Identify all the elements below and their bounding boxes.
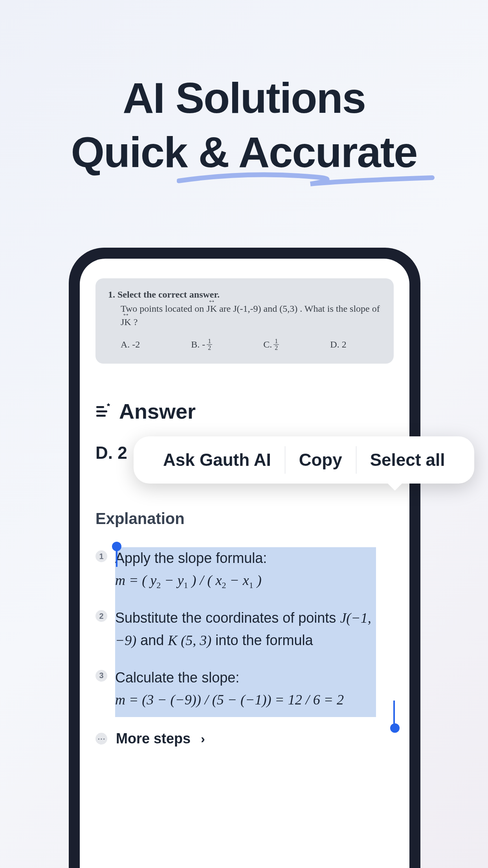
step-number-badge: 2 (95, 610, 107, 622)
svg-rect-1 (96, 410, 107, 412)
selection-caret-start (116, 547, 117, 567)
underline-swoosh (177, 169, 436, 193)
ask-gauth-ai-button[interactable]: Ask Gauth AI (149, 450, 285, 470)
selection-handle-end[interactable] (390, 723, 400, 733)
answer-title: Answer (119, 399, 196, 423)
select-all-button[interactable]: Select all (356, 450, 459, 470)
phone-frame: 1. Select the correct answer. Two points… (69, 248, 420, 868)
step2-and: and (136, 632, 168, 648)
phone-screen: 1. Select the correct answer. Two points… (80, 259, 409, 868)
choice-d: D. 2 (330, 338, 346, 351)
question-prompt: 1. Select the correct answer. (108, 289, 381, 300)
headline-line1: AI Solutions (123, 74, 365, 122)
explanation-label: Explanation (95, 510, 394, 528)
explanation-step-1: 1 Apply the slope formula: m = ( y2 − y1… (95, 547, 394, 592)
step2-prefix: Substitute the coordinates of points (115, 610, 340, 626)
step1-text: Apply the slope formula: (115, 550, 267, 566)
more-steps-label: More steps (116, 730, 191, 747)
svg-rect-2 (96, 415, 106, 417)
text-selection-context-menu: Ask Gauth AI Copy Select all (134, 436, 474, 484)
menu-tail-icon (386, 482, 404, 491)
answer-choices: A. -2 B. -12 C. 12 D. 2 (121, 338, 381, 351)
selected-text-block[interactable]: 1 Apply the slope formula: m = ( y2 − y1… (95, 547, 394, 711)
answer-icon (95, 403, 112, 419)
answer-header: Answer (95, 399, 394, 423)
svg-rect-0 (96, 406, 104, 408)
question-body: Two points located on JK are J(-1,-9) an… (121, 302, 381, 329)
more-steps-button[interactable]: ⋯ More steps › (95, 730, 394, 747)
step-number-badge: 3 (95, 670, 107, 682)
explanation-step-2: 2 Substitute the coordinates of points J… (95, 607, 394, 652)
choice-c: C. 12 (263, 338, 279, 351)
explanation-step-3: 3 Calculate the slope: m = (3 − (−9)) / … (95, 667, 394, 711)
step3-text: Calculate the slope: (115, 669, 239, 686)
choice-b: B. -12 (191, 338, 212, 351)
chevron-right-icon: › (201, 732, 205, 746)
selection-caret-end (393, 701, 395, 724)
step2-pointK: K (5, 3) (168, 633, 211, 648)
choice-a: A. -2 (121, 338, 140, 351)
step1-formula: m = ( y2 − y1 ) / ( x2 − x1 ) (115, 572, 262, 588)
answer-value: D. 2 (95, 443, 127, 463)
question-card: 1. Select the correct answer. Two points… (95, 278, 394, 364)
step-number-badge: 1 (95, 550, 107, 562)
marketing-headline: AI Solutions Quick & Accurate (0, 0, 488, 179)
step3-formula: m = (3 − (−9)) / (5 − (−1)) = 12 / 6 = 2 (115, 692, 344, 708)
step2-suffix: into the formula (211, 632, 313, 648)
segment-jk-2: JK (121, 316, 131, 329)
more-icon: ⋯ (95, 733, 107, 745)
copy-button[interactable]: Copy (285, 450, 356, 470)
segment-jk-1: JK (206, 302, 217, 316)
